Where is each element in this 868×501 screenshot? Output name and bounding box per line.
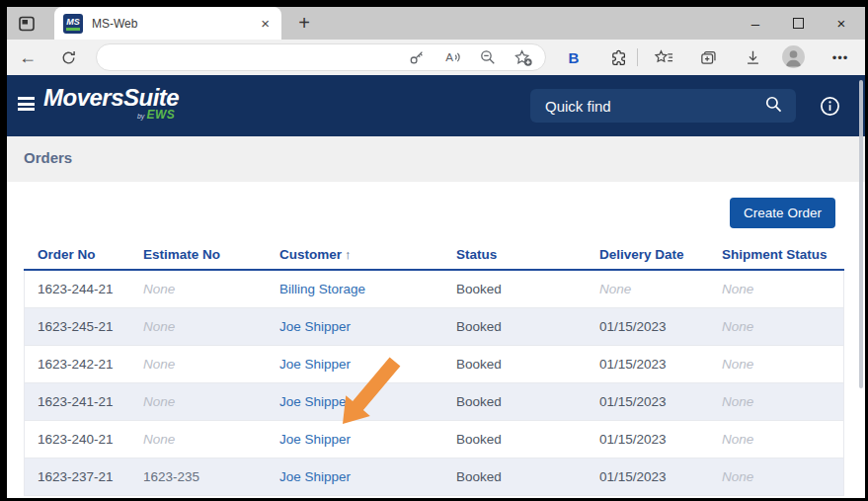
column-header-order-no[interactable]: Order No xyxy=(24,247,129,262)
create-order-button[interactable]: Create Order xyxy=(730,198,835,228)
extensions-puzzle-icon[interactable] xyxy=(605,44,631,70)
cell-order-no: 1623-245-21 xyxy=(25,308,130,345)
minimize-button[interactable]: – xyxy=(748,15,763,32)
cell-status: Booked xyxy=(443,383,587,420)
zoom-out-icon[interactable] xyxy=(478,47,498,67)
app-logo: MoversSuite by EWS xyxy=(43,84,179,122)
orders-page: Create Order Order No Estimate No Custom… xyxy=(7,182,865,498)
column-header-status[interactable]: Status xyxy=(442,247,586,262)
hamburger-menu-icon[interactable] xyxy=(18,97,35,111)
tab-close-icon[interactable]: × xyxy=(261,15,270,32)
cell-customer-link[interactable]: Joe Shipper xyxy=(267,308,443,345)
annotation-arrow-icon xyxy=(341,357,403,426)
info-icon[interactable] xyxy=(820,96,840,117)
cell-estimate-no: None xyxy=(130,271,267,307)
cell-delivery-date: None xyxy=(587,271,709,307)
quick-find-input[interactable] xyxy=(545,98,764,115)
cell-shipment-status: None xyxy=(709,421,843,458)
app-header: MoversSuite by EWS xyxy=(7,75,865,136)
tab-strip: MS MS-Web × + – × xyxy=(7,7,865,40)
column-header-customer[interactable]: Customer↑ xyxy=(266,247,442,262)
password-key-icon[interactable] xyxy=(407,47,427,67)
cell-delivery-date: 01/15/2023 xyxy=(587,308,709,345)
table-row[interactable]: 1623-240-21 None Joe Shipper Booked 01/1… xyxy=(25,421,843,459)
cell-order-no: 1623-241-21 xyxy=(25,383,130,420)
profile-avatar[interactable] xyxy=(781,44,806,69)
cell-delivery-date: 01/15/2023 xyxy=(587,383,709,420)
cell-order-no: 1623-244-21 xyxy=(25,271,130,307)
cell-delivery-date: 01/15/2023 xyxy=(587,421,709,458)
cell-shipment-status: None xyxy=(709,346,843,382)
cell-shipment-status: None xyxy=(709,459,843,495)
quick-find-box[interactable] xyxy=(530,89,796,123)
search-icon[interactable] xyxy=(764,95,783,118)
cell-shipment-status: None xyxy=(709,383,843,420)
cell-order-no: 1623-240-21 xyxy=(25,421,130,458)
add-favorite-icon[interactable] xyxy=(513,47,533,67)
orders-table-body: 1623-244-21 None Billing Storage Booked … xyxy=(24,271,844,496)
window-close-button[interactable]: × xyxy=(833,15,849,32)
cell-customer-link[interactable]: Joe Shipper xyxy=(267,421,443,458)
address-bar-input[interactable] xyxy=(111,50,407,65)
read-aloud-icon[interactable]: A xyxy=(442,47,462,67)
cell-estimate-no: None xyxy=(130,346,267,382)
cell-status: Booked xyxy=(443,459,587,495)
brand-company: EWS xyxy=(146,108,175,122)
table-row[interactable]: 1623-241-21 None Joe Shipper Booked 01/1… xyxy=(25,383,843,421)
downloads-icon[interactable] xyxy=(740,44,765,70)
tab-title: MS-Web xyxy=(92,17,261,31)
svg-text:A: A xyxy=(445,50,453,63)
cell-customer-link[interactable]: Billing Storage xyxy=(267,271,443,307)
scrollbar-thumb[interactable] xyxy=(859,80,863,388)
back-icon[interactable]: ← xyxy=(15,44,40,70)
table-row[interactable]: 1623-237-21 1623-235 Joe Shipper Booked … xyxy=(25,459,843,496)
new-tab-button[interactable]: + xyxy=(291,10,317,36)
favorites-icon[interactable] xyxy=(651,44,676,70)
cell-estimate-no: None xyxy=(130,308,267,345)
window-controls: – × xyxy=(748,7,859,40)
cell-customer-link[interactable]: Joe Shipper xyxy=(267,459,443,495)
cell-estimate-no: None xyxy=(130,421,267,458)
cell-delivery-date: 01/15/2023 xyxy=(587,346,709,382)
collections-icon[interactable] xyxy=(695,44,721,70)
cell-order-no: 1623-237-21 xyxy=(25,459,130,495)
browser-window: MS MS-Web × + – × ← A xyxy=(7,7,865,498)
cell-status: Booked xyxy=(443,421,587,458)
site-favicon: MS xyxy=(63,14,83,34)
page-title: Orders xyxy=(24,149,72,166)
cell-shipment-status: None xyxy=(709,308,843,345)
maximize-button[interactable] xyxy=(793,18,804,29)
cell-delivery-date: 01/15/2023 xyxy=(587,459,709,495)
browser-toolbar: ← A B xyxy=(7,40,865,75)
brand-by: by xyxy=(137,113,144,120)
sort-ascending-icon: ↑ xyxy=(345,247,352,262)
address-bar-icons: A xyxy=(407,47,533,67)
cell-status: Booked xyxy=(443,271,587,307)
refresh-icon[interactable] xyxy=(55,44,81,70)
address-bar[interactable]: A xyxy=(96,43,546,71)
cell-status: Booked xyxy=(443,346,587,382)
toolbar-divider xyxy=(637,48,638,66)
column-header-estimate-no[interactable]: Estimate No xyxy=(129,247,266,262)
cell-order-no: 1623-242-21 xyxy=(25,346,130,382)
table-row[interactable]: 1623-245-21 None Joe Shipper Booked 01/1… xyxy=(25,308,843,346)
settings-menu-icon[interactable]: ••• xyxy=(828,44,853,70)
tab-actions-menu-icon[interactable] xyxy=(16,13,38,35)
browser-tab[interactable]: MS MS-Web × xyxy=(54,7,281,40)
cell-status: Booked xyxy=(443,308,587,345)
column-header-shipment-status[interactable]: Shipment Status xyxy=(708,247,844,262)
b-extension-icon[interactable]: B xyxy=(561,44,587,70)
cell-shipment-status: None xyxy=(709,271,843,307)
table-header-row: Order No Estimate No Customer↑ Status De… xyxy=(24,239,844,271)
table-row[interactable]: 1623-244-21 None Billing Storage Booked … xyxy=(25,271,843,308)
breadcrumb-band: Orders xyxy=(7,136,865,182)
cell-estimate-no: None xyxy=(130,383,267,420)
cell-estimate-no: 1623-235 xyxy=(130,459,267,495)
table-row[interactable]: 1623-242-21 None Joe Shipper Booked 01/1… xyxy=(25,346,843,383)
column-header-delivery-date[interactable]: Delivery Date xyxy=(586,247,708,262)
